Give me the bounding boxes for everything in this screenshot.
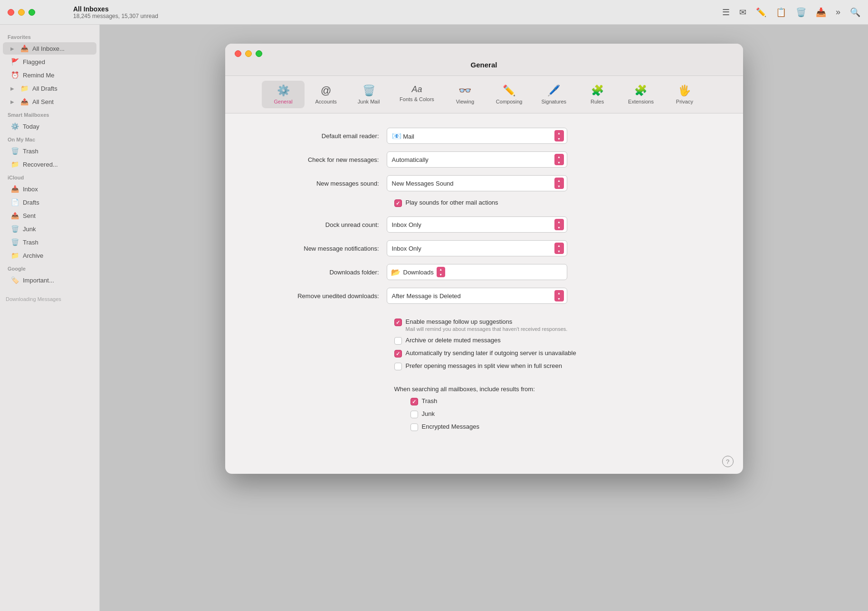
dl-stepper-up-icon[interactable]: ▲: [437, 267, 445, 272]
check-stepper-down-icon[interactable]: ▼: [554, 160, 564, 165]
remove-stepper[interactable]: ▲ ▼: [554, 290, 564, 301]
smart-label: Smart Mailboxes: [0, 108, 99, 120]
follow-up-checkbox[interactable]: [394, 319, 402, 326]
notifications-label: New message notifications:: [254, 245, 387, 252]
notifications-control[interactable]: Inbox Only ▲ ▼: [387, 240, 567, 256]
sound-control[interactable]: New Messages Sound ▲ ▼: [387, 175, 567, 191]
dock-unread-stepper[interactable]: ▲ ▼: [554, 219, 564, 230]
remove-unedited-row: Remove unedited downloads: After Message…: [254, 288, 715, 304]
sidebar-mac-trash-label: Trash: [23, 148, 38, 155]
notif-stepper-down-icon[interactable]: ▼: [554, 248, 564, 254]
search-trash-checkbox[interactable]: [410, 398, 418, 405]
rules-tab-icon: 🧩: [591, 85, 604, 97]
icloud-inbox-icon: 📥: [10, 185, 19, 193]
toolbar-icons: ☰ ✉ ✏️ 📋 🗑️ 📥 » 🔍: [722, 7, 860, 18]
sound-stepper[interactable]: ▲ ▼: [554, 178, 564, 189]
delete-icon[interactable]: 🗑️: [796, 7, 806, 18]
remove-stepper-up-icon[interactable]: ▲: [554, 290, 564, 296]
prefer-split-checkbox[interactable]: [394, 363, 402, 370]
sidebar-item-google-important[interactable]: 🏷️ Important...: [3, 274, 96, 286]
general-tab-icon: ⚙️: [277, 85, 290, 97]
check-messages-stepper[interactable]: ▲ ▼: [554, 154, 564, 165]
sound-stepper-down-icon[interactable]: ▼: [554, 183, 564, 189]
tab-accounts[interactable]: @ Accounts: [305, 81, 347, 108]
sidebar-item-recovered[interactable]: 📁 Recovered...: [3, 158, 96, 170]
more-icon[interactable]: »: [836, 7, 840, 17]
minimize-button[interactable]: [18, 9, 25, 16]
check-messages-dropdown[interactable]: Automatically ▲ ▼: [387, 151, 567, 168]
sidebar-item-remind-me[interactable]: ⏰ Remind Me: [3, 69, 96, 81]
recovered-icon: 📁: [10, 160, 19, 168]
dl-stepper-down-icon[interactable]: ▼: [437, 272, 445, 277]
dock-unread-dropdown[interactable]: Inbox Only ▲ ▼: [387, 216, 567, 233]
settings-close-button[interactable]: [235, 50, 241, 57]
tab-fonts-colors[interactable]: Aa Fonts & Colors: [390, 81, 444, 108]
close-button[interactable]: [8, 9, 14, 16]
dock-unread-value: Inbox Only: [392, 221, 551, 228]
tab-rules[interactable]: 🧩 Rules: [576, 81, 619, 108]
sidebar-item-all-drafts[interactable]: ▶ 📁 All Drafts: [3, 82, 96, 94]
play-sounds-checkbox[interactable]: [394, 199, 402, 207]
sidebar-item-mac-trash[interactable]: 🗑️ Trash: [3, 145, 96, 157]
sidebar-item-all-inboxes[interactable]: ▶ 📥 All Inboxe...: [3, 42, 96, 55]
search-junk-label: Junk: [422, 410, 435, 417]
sidebar-item-icloud-junk[interactable]: 🗑️ Junk: [3, 223, 96, 235]
sidebar-item-today[interactable]: ⚙️ Today: [3, 120, 96, 132]
search-icon[interactable]: 🔍: [850, 7, 860, 18]
tab-junk-mail[interactable]: 🗑️ Junk Mail: [347, 81, 390, 108]
tab-extensions[interactable]: 🧩 Extensions: [619, 81, 663, 108]
sidebar-item-icloud-sent[interactable]: 📤 Sent: [3, 209, 96, 222]
settings-maximize-button[interactable]: [256, 50, 262, 57]
dock-stepper-down-icon[interactable]: ▼: [554, 225, 564, 230]
compose-new-icon[interactable]: ✉: [739, 7, 746, 18]
move-icon[interactable]: 📥: [816, 7, 826, 18]
remove-stepper-down-icon[interactable]: ▼: [554, 296, 564, 301]
search-junk-checkbox[interactable]: [410, 411, 418, 418]
maximize-button[interactable]: [29, 9, 35, 16]
remove-unedited-control[interactable]: After Message is Deleted ▲ ▼: [387, 288, 567, 304]
downloads-stepper[interactable]: ▲ ▼: [437, 267, 445, 277]
sidebar-item-icloud-trash[interactable]: 🗑️ Trash: [3, 236, 96, 248]
downloads-control[interactable]: 📂 Downloads ▲ ▼: [387, 264, 567, 280]
check-messages-control[interactable]: Automatically ▲ ▼: [387, 151, 567, 168]
downloads-dropdown[interactable]: 📂 Downloads ▲ ▼: [387, 264, 567, 280]
default-email-stepper[interactable]: ▲ ▼: [554, 130, 564, 141]
sound-stepper-up-icon[interactable]: ▲: [554, 178, 564, 183]
dock-unread-control[interactable]: Inbox Only ▲ ▼: [387, 216, 567, 233]
auto-send-checkbox[interactable]: [394, 350, 402, 357]
default-email-control[interactable]: 📧 Mail ▲ ▼: [387, 128, 567, 144]
dock-stepper-up-icon[interactable]: ▲: [554, 219, 564, 225]
extensions-tab-label: Extensions: [628, 99, 654, 104]
tab-general[interactable]: ⚙️ General: [262, 81, 305, 108]
auto-send-row: Automatically try sending later if outgo…: [254, 349, 715, 357]
sidebar-item-flagged[interactable]: 🚩 Flagged: [3, 56, 96, 68]
tab-viewing[interactable]: 👓 Viewing: [444, 81, 486, 108]
icloud-sent-icon: 📤: [10, 212, 19, 219]
viewing-tab-icon: 👓: [458, 85, 471, 97]
notifications-stepper[interactable]: ▲ ▼: [554, 243, 564, 254]
downloads-label: Downloads folder:: [254, 269, 387, 276]
help-button[interactable]: ?: [722, 456, 734, 467]
sidebar-item-all-sent[interactable]: ▶ 📤 All Sent: [3, 95, 96, 108]
tab-composing[interactable]: ✏️ Composing: [486, 81, 532, 108]
archive-icon[interactable]: 📋: [776, 7, 786, 18]
tab-privacy[interactable]: 🖐️ Privacy: [663, 81, 706, 108]
archive-delete-checkbox[interactable]: [394, 337, 402, 345]
app-window: All Inboxes 18,245 messages, 15,307 unre…: [0, 0, 868, 611]
sidebar-item-icloud-drafts[interactable]: 📄 Drafts: [3, 196, 96, 208]
filter-icon[interactable]: ☰: [722, 7, 730, 18]
sidebar-item-icloud-inbox[interactable]: 📥 Inbox: [3, 183, 96, 195]
settings-minimize-button[interactable]: [245, 50, 252, 57]
remove-unedited-dropdown[interactable]: After Message is Deleted ▲ ▼: [387, 288, 567, 304]
stepper-down-icon[interactable]: ▼: [554, 136, 564, 141]
default-email-dropdown[interactable]: 📧 Mail ▲ ▼: [387, 128, 567, 144]
sound-dropdown[interactable]: New Messages Sound ▲ ▼: [387, 175, 567, 191]
notifications-dropdown[interactable]: Inbox Only ▲ ▼: [387, 240, 567, 256]
stepper-up-icon[interactable]: ▲: [554, 130, 564, 136]
compose-icon[interactable]: ✏️: [756, 7, 766, 18]
sidebar-item-icloud-archive[interactable]: 📁 Archive: [3, 249, 96, 262]
search-encrypted-checkbox[interactable]: [410, 423, 418, 431]
tab-signatures[interactable]: 🖊️ Signatures: [532, 81, 576, 108]
check-stepper-up-icon[interactable]: ▲: [554, 154, 564, 160]
notif-stepper-up-icon[interactable]: ▲: [554, 243, 564, 248]
